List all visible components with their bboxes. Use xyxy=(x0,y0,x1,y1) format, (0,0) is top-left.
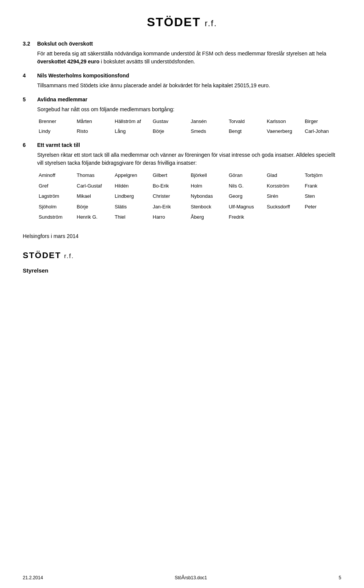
section-6-body: Styrelsen riktar ett stort tack till all… xyxy=(37,151,341,222)
section-32-number: 3.2 xyxy=(23,41,30,47)
deceased-cell: Carl-Johan xyxy=(303,127,341,136)
header-rf: r.f. xyxy=(205,19,217,28)
closing-brand-name: STÖDET xyxy=(23,251,61,260)
deceased-grid: Brenner Mårten Hällström af Gustav Jansé… xyxy=(37,117,341,135)
section-32: 3.2 Bokslut och överskott För att bereda… xyxy=(23,41,341,66)
deceased-cell: Torvald xyxy=(227,117,265,126)
donor-cell: Glad xyxy=(265,171,303,180)
donor-cell: Sirén xyxy=(265,192,303,201)
closing-brand: STÖDET r.f. xyxy=(23,251,341,260)
deceased-cell: Birger xyxy=(303,117,341,126)
deceased-cell: Börje xyxy=(151,127,189,136)
donor-cell: Harro xyxy=(151,213,189,222)
section-5-number: 5 xyxy=(23,96,30,102)
page: STÖDET r.f. 3.2 Bokslut och överskott Fö… xyxy=(0,0,364,588)
section-32-body: För att bereda sig att säkerställa nödvä… xyxy=(37,50,341,66)
donor-cell: Åberg xyxy=(189,213,227,222)
section-5-title: Avlidna medlemmar xyxy=(37,96,88,102)
footer: 21.2.2014 StöÅrsb13.doc1 5 xyxy=(0,575,364,580)
section-32-text: För att bereda sig att säkerställa nödvä… xyxy=(37,50,341,66)
donor-cell: Gilbert xyxy=(151,171,189,180)
donor-cell: Mikael xyxy=(75,192,113,201)
donor-cell: Stenbock xyxy=(189,202,227,211)
donor-cell xyxy=(265,213,303,222)
donor-cell: Gref xyxy=(37,181,75,191)
section-32-bold: överskottet 4294,29 euro xyxy=(37,58,99,65)
deceased-cell: Jansén xyxy=(189,117,227,126)
deceased-cell: Smeds xyxy=(189,127,227,136)
donor-cell: Fredrik xyxy=(227,213,265,222)
deceased-cell: Karlsson xyxy=(265,117,303,126)
donor-cell: Carl-Gustaf xyxy=(75,181,113,191)
closing-location: Helsingfors i mars 2014 xyxy=(23,233,341,239)
section-6: 6 Ett varmt tack till Styrelsen riktar e… xyxy=(23,142,341,222)
donor-cell: Hildén xyxy=(113,181,151,191)
section-6-text: Styrelsen riktar ett stort tack till all… xyxy=(37,151,341,167)
section-4: 4 Nils Westerholms kompositionsfond Till… xyxy=(23,73,341,90)
donor-cell: Thomas xyxy=(75,171,113,180)
donor-cell: Sucksdorff xyxy=(265,202,303,211)
donor-cell: Korsström xyxy=(265,181,303,191)
footer-date: 21.2.2014 xyxy=(23,575,43,580)
donor-cell: Bo-Erik xyxy=(151,181,189,191)
donor-cell: Björkell xyxy=(189,171,227,180)
section-4-body: Tillsammans med Stödets icke ännu placer… xyxy=(37,82,341,90)
donor-cell: Slätis xyxy=(113,202,151,211)
donors-grid: Aminoff Thomas Appelgren Gilbert Björkel… xyxy=(37,171,341,222)
section-4-title: Nils Westerholms kompositionsfond xyxy=(37,73,129,79)
section-6-title: Ett varmt tack till xyxy=(37,142,80,148)
deceased-cell: Risto xyxy=(75,127,113,136)
donor-cell xyxy=(303,213,341,222)
deceased-cell: Gustav xyxy=(151,117,189,126)
donor-cell: Lindberg xyxy=(113,192,151,201)
section-4-text: Tillsammans med Stödets icke ännu placer… xyxy=(37,82,341,90)
donor-cell: Nils G. xyxy=(227,181,265,191)
section-5: 5 Avlidna medlemmar Sorgebud har nått os… xyxy=(23,96,341,135)
donor-cell: Christer xyxy=(151,192,189,201)
donor-cell: Torbjörn xyxy=(303,171,341,180)
section-6-number: 6 xyxy=(23,142,30,148)
deceased-cell: Bengt xyxy=(227,127,265,136)
donor-cell: Börje xyxy=(75,202,113,211)
closing-brand-rf: r.f. xyxy=(64,253,74,259)
footer-page: 5 xyxy=(339,575,341,580)
donor-cell: Thiel xyxy=(113,213,151,222)
donor-cell: Frank xyxy=(303,181,341,191)
donor-cell: Peter xyxy=(303,202,341,211)
donor-cell: Sundström xyxy=(37,213,75,222)
donor-cell: Appelgren xyxy=(113,171,151,180)
deceased-cell: Brenner xyxy=(37,117,75,126)
deceased-cell: Vaenerberg xyxy=(265,127,303,136)
donor-cell: Aminoff xyxy=(37,171,75,180)
deceased-cell: Hällström af xyxy=(113,117,151,126)
donor-cell: Henrik G. xyxy=(75,213,113,222)
section-4-number: 4 xyxy=(23,73,30,79)
section-32-title: Bokslut och överskott xyxy=(37,41,93,47)
page-header-title: STÖDET r.f. xyxy=(23,15,341,29)
section-5-body: Sorgebud har nått oss om följande medlem… xyxy=(37,106,341,135)
deceased-cell: Mårten xyxy=(75,117,113,126)
donor-cell: Ulf-Magnus xyxy=(227,202,265,211)
deceased-cell: Lång xyxy=(113,127,151,136)
header-brand: STÖDET xyxy=(147,15,201,29)
deceased-cell: Lindy xyxy=(37,127,75,136)
donor-cell: Jan-Erik xyxy=(151,202,189,211)
donor-cell: Holm xyxy=(189,181,227,191)
closing-styrelsen: Styrelsen xyxy=(23,267,341,274)
donor-cell: Göran xyxy=(227,171,265,180)
donor-cell: Sjöholm xyxy=(37,202,75,211)
donor-cell: Sten xyxy=(303,192,341,201)
donor-cell: Lagström xyxy=(37,192,75,201)
section-5-intro: Sorgebud har nått oss om följande medlem… xyxy=(37,106,341,114)
donor-cell: Georg xyxy=(227,192,265,201)
footer-filename: StöÅrsb13.doc1 xyxy=(175,575,207,580)
donor-cell: Nybondas xyxy=(189,192,227,201)
